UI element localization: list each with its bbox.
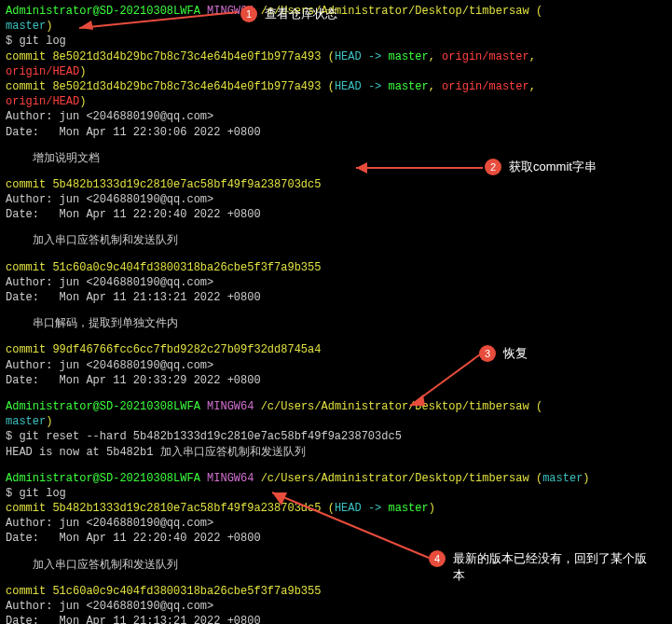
commit-msg: 加入串口应答机制和发送队列 (6, 233, 666, 248)
commit-line: commit 5b482b1333d19c2810e7ac58bf49f9a23… (6, 177, 666, 192)
date: Date: Mon Apr 11 22:20:40 2022 +0800 (6, 207, 666, 222)
date: Date: Mon Apr 11 22:30:06 2022 +0800 (6, 125, 666, 140)
reset-output: HEAD is now at 5b482b1 加入串口应答机制和发送队列 (6, 445, 666, 460)
commit-msg: 串口解码，提取到单独文件内 (6, 316, 666, 331)
cmd-gitlog: $ git log (6, 34, 666, 49)
prompt-line: Administrator@SD-20210308LWFA MINGW64 /c… (6, 4, 666, 19)
commit-ref-contd-dup: origin/HEAD) (6, 94, 666, 109)
author: Author: jun <2046880190@qq.com> (6, 599, 666, 614)
cmd-gitlog: $ git log (6, 486, 666, 501)
date: Date: Mon Apr 11 21:13:21 2022 +0800 (6, 290, 666, 305)
commit-line: commit 51c60a0c9c404fd3800318ba26cbe5f3f… (6, 584, 666, 599)
prompt-line: Administrator@SD-20210308LWFA MINGW64 /c… (6, 399, 666, 414)
cmd-reset: $ git reset --hard 5b482b1333d19c2810e7a… (6, 429, 666, 444)
branch-line: master) (6, 414, 666, 429)
commit-msg: 加入串口应答机制和发送队列 (6, 558, 666, 573)
date: Date: Mon Apr 11 20:33:29 2022 +0800 (6, 373, 666, 388)
author: Author: jun <2046880190@qq.com> (6, 109, 666, 124)
date: Date: Mon Apr 11 22:20:40 2022 +0800 (6, 531, 666, 546)
commit-line: commit 99df46766fcc6cc7fbd9282c27b09f32d… (6, 342, 666, 357)
date: Date: Mon Apr 11 21:13:21 2022 +0800 (6, 614, 666, 624)
commit-msg: 增加说明文档 (6, 151, 666, 166)
author: Author: jun <2046880190@qq.com> (6, 192, 666, 207)
commit-line-dup: commit 8e5021d3d4b29bc7b8c73c4e64b4e0f1b… (6, 79, 666, 94)
author: Author: jun <2046880190@qq.com> (6, 358, 666, 373)
commit-line: commit 51c60a0c9c404fd3800318ba26cbe5f3f… (6, 260, 666, 275)
prompt-line: Administrator@SD-20210308LWFA MINGW64 /c… (6, 471, 666, 486)
author: Author: jun <2046880190@qq.com> (6, 275, 666, 290)
author: Author: jun <2046880190@qq.com> (6, 516, 666, 531)
commit-line: commit 8e5021d3d4b29bc7b8c73c4e64b4e0f1b… (6, 49, 666, 64)
commit-line: commit 5b482b1333d19c2810e7ac58bf49f9a23… (6, 501, 666, 516)
branch-line: master) (6, 19, 666, 34)
commit-ref-contd: origin/HEAD) (6, 64, 666, 79)
